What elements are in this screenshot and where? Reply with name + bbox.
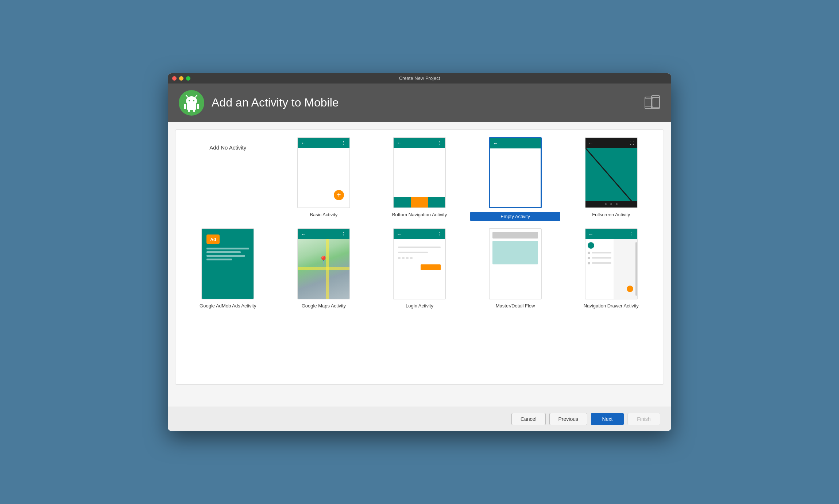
android-icon — [182, 94, 201, 112]
activity-item-basic[interactable]: ← ⋮ + Basic Activity — [279, 137, 369, 221]
login-activity-label: Login Activity — [406, 303, 433, 309]
device-icon — [644, 94, 660, 112]
back-arrow-icon: ← — [301, 140, 306, 146]
svg-line-16 — [585, 148, 637, 208]
menu-dots-icon: ⋮ — [629, 231, 634, 237]
back-arrow-icon: ← — [397, 140, 402, 146]
bottomnav-activity-label: Bottom Navigation Activity — [392, 212, 447, 217]
footer: Cancel Previous Next Finish — [168, 407, 671, 431]
back-arrow-icon: ← — [493, 140, 498, 146]
activity-item-admob[interactable]: Ad Google AdMob Ads Activity — [183, 228, 273, 309]
svg-line-2 — [195, 95, 197, 97]
activity-item-no-activity[interactable]: Add No Activity — [183, 137, 273, 221]
svg-line-1 — [186, 95, 188, 97]
menu-dots-icon: ⋮ — [341, 231, 347, 237]
fab-icon: + — [334, 190, 344, 200]
masterdetail-activity-thumb — [489, 228, 542, 299]
svg-rect-8 — [188, 109, 190, 112]
back-arrow-icon: ← — [588, 140, 594, 146]
navdrawer-activity-thumb: ← ⋮ — [585, 228, 638, 299]
activity-item-login[interactable]: ← ⋮ — [374, 228, 465, 309]
activity-item-navdrawer[interactable]: ← ⋮ — [566, 228, 656, 309]
basic-activity-label: Basic Activity — [310, 212, 337, 217]
main-window: Create New Project — [168, 73, 671, 431]
fullscreen-activity-label: Fullscreen Activity — [592, 212, 630, 217]
bottomnav-activity-thumb: ← ⋮ — [393, 137, 446, 208]
expand-icon: ⛶ — [630, 140, 634, 146]
activity-item-fullscreen[interactable]: ← ⛶ — [566, 137, 656, 221]
next-button[interactable]: Next — [591, 413, 624, 425]
content-area: Add No Activity ← ⋮ + Basic Activity — [168, 122, 671, 407]
title-bar: Create New Project — [168, 73, 671, 84]
svg-rect-9 — [193, 109, 195, 112]
window-title: Create New Project — [399, 75, 440, 81]
svg-point-4 — [193, 100, 194, 101]
svg-rect-6 — [184, 104, 186, 109]
map-pin-icon: 📍 — [318, 256, 328, 265]
close-button[interactable] — [172, 76, 177, 81]
back-arrow-icon: ← — [397, 231, 402, 237]
maps-activity-thumb: ← ⋮ 📍 — [297, 228, 350, 299]
masterdetail-activity-label: Master/Detail Flow — [496, 303, 535, 309]
basic-activity-thumb: ← ⋮ + — [297, 137, 350, 208]
svg-point-3 — [189, 100, 190, 101]
menu-dots-icon: ⋮ — [437, 140, 442, 146]
fullscreen-activity-thumb: ← ⛶ — [585, 137, 638, 208]
header-title: Add an Activity to Mobile — [212, 96, 339, 109]
header: Add an Activity to Mobile — [168, 84, 671, 122]
cancel-button[interactable]: Cancel — [511, 413, 546, 425]
previous-button[interactable]: Previous — [549, 413, 587, 425]
maximize-button[interactable] — [186, 76, 190, 81]
traffic-lights — [172, 76, 190, 81]
mobile-tablet-icon — [644, 94, 660, 110]
navdrawer-activity-label: Navigation Drawer Activity — [584, 303, 639, 309]
activity-item-empty[interactable]: ← Empty Activity — [470, 137, 561, 221]
maps-activity-label: Google Maps Activity — [302, 303, 346, 309]
empty-activity-selected-label: Empty Activity — [470, 212, 561, 221]
activity-grid: Add No Activity ← ⋮ + Basic Activity — [175, 129, 664, 385]
header-left: Add an Activity to Mobile — [179, 90, 339, 116]
back-arrow-icon: ← — [301, 231, 306, 237]
admob-activity-thumb: Ad — [201, 228, 254, 299]
activity-item-masterdetail[interactable]: Master/Detail Flow — [470, 228, 561, 309]
finish-button[interactable]: Finish — [627, 413, 660, 425]
svg-rect-5 — [187, 104, 196, 110]
menu-dots-icon: ⋮ — [341, 140, 347, 146]
minimize-button[interactable] — [179, 76, 183, 81]
back-arrow-icon: ← — [588, 231, 594, 237]
activity-item-maps[interactable]: ← ⋮ 📍 Google Maps Activity — [279, 228, 369, 309]
svg-rect-7 — [197, 104, 199, 109]
diagonal-line — [585, 148, 637, 208]
android-logo — [179, 90, 204, 116]
menu-dots-icon: ⋮ — [437, 231, 442, 237]
activity-item-bottomnav[interactable]: ← ⋮ Bottom Navigation Activity — [374, 137, 465, 221]
empty-activity-thumb: ← — [489, 137, 542, 208]
no-activity-label: Add No Activity — [209, 144, 246, 151]
admob-activity-label: Google AdMob Ads Activity — [200, 303, 256, 309]
login-activity-thumb: ← ⋮ — [393, 228, 446, 299]
